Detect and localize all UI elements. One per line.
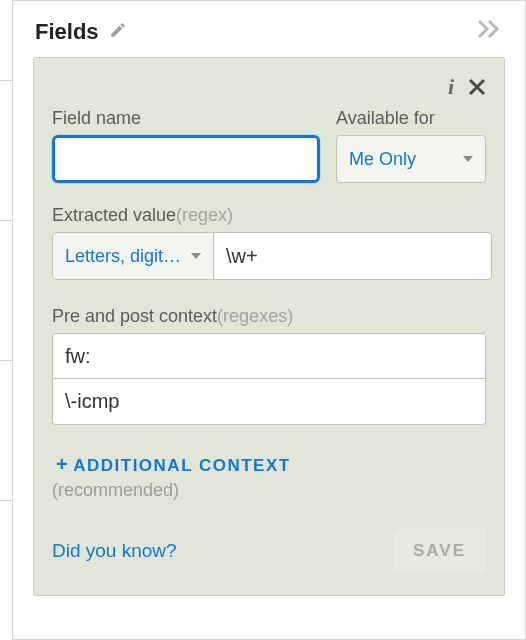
save-button[interactable]: SAVE — [393, 529, 486, 573]
info-icon[interactable]: i — [448, 74, 454, 100]
chevron-down-icon — [463, 156, 473, 162]
available-for-value: Me Only — [349, 149, 416, 170]
panel-title: Fields — [35, 19, 99, 45]
recommended-hint: (recommended) — [52, 480, 486, 501]
available-for-label: Available for — [336, 108, 486, 129]
did-you-know-link[interactable]: Did you know? — [52, 540, 177, 562]
available-for-select[interactable]: Me Only — [336, 135, 486, 183]
fields-panel: Fields i Field name Available for Me — [12, 0, 526, 640]
field-name-input[interactable] — [52, 135, 320, 183]
extracted-preset-value: Letters, digit… — [65, 246, 181, 267]
collapse-icon[interactable] — [477, 19, 503, 45]
plus-icon: + — [56, 453, 69, 475]
extracted-value-label: Extracted value(regex) — [52, 205, 486, 226]
context-label: Pre and post context(regexes) — [52, 306, 486, 327]
extracted-regex-input[interactable] — [214, 232, 492, 280]
pre-context-input[interactable] — [52, 333, 486, 379]
field-name-label: Field name — [52, 108, 320, 129]
field-editor-card: i Field name Available for Me Only Extra… — [33, 57, 505, 596]
add-additional-context-button[interactable]: +Additional Context — [56, 456, 291, 475]
extracted-preset-select[interactable]: Letters, digit… — [52, 232, 214, 280]
panel-header: Fields — [13, 1, 525, 57]
edit-icon[interactable] — [109, 21, 127, 43]
post-context-input[interactable] — [52, 379, 486, 425]
chevron-down-icon — [191, 253, 201, 259]
ruler-ticks — [0, 80, 12, 640]
close-icon[interactable] — [468, 78, 486, 96]
